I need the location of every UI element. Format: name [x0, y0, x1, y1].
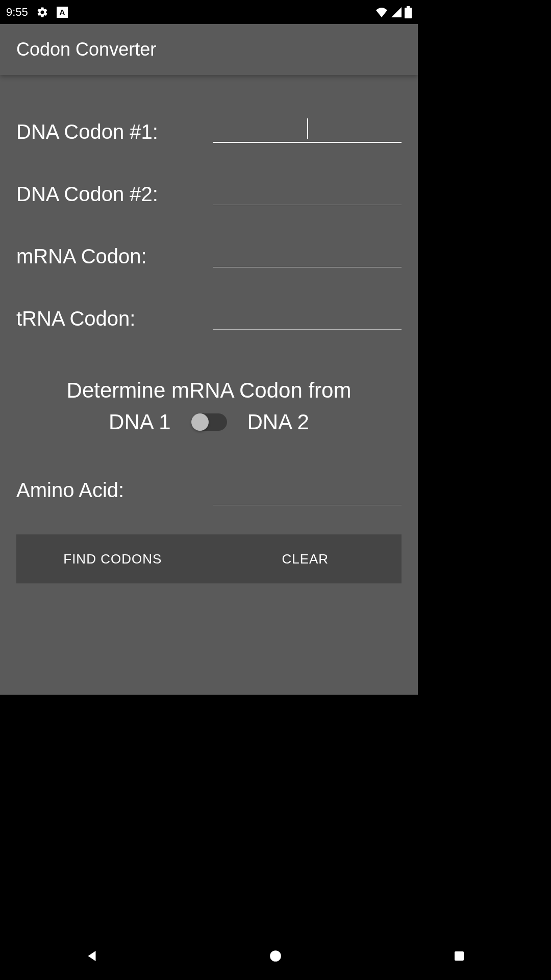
svg-rect-3	[405, 8, 412, 18]
status-bar: 9:55 A	[0, 0, 418, 24]
switch-row: DNA 1 DNA 2	[16, 410, 402, 434]
app-bar: Codon Converter	[0, 24, 418, 75]
dna1-input-wrap	[213, 116, 402, 147]
app-area: Codon Converter DNA Codon #1: DNA Codon …	[0, 24, 418, 695]
amino-row: Amino Acid:	[16, 459, 402, 521]
app-badge-icon: A	[57, 7, 68, 18]
amino-label: Amino Acid:	[16, 479, 213, 502]
dna-source-switch[interactable]	[191, 413, 227, 431]
clear-button[interactable]: CLEAR	[209, 534, 402, 583]
dna1-row: DNA Codon #1:	[16, 101, 402, 163]
text-cursor	[307, 118, 308, 139]
svg-rect-2	[407, 6, 410, 8]
trna-input-wrap	[213, 303, 402, 334]
trna-row: tRNA Codon:	[16, 287, 402, 350]
switch-left-label: DNA 1	[109, 410, 170, 434]
switch-title: Determine mRNA Codon from	[16, 378, 402, 403]
mrna-label: mRNA Codon:	[16, 245, 213, 268]
content: DNA Codon #1: DNA Codon #2: mRNA Codon: …	[0, 75, 418, 695]
dna2-input[interactable]	[213, 179, 402, 205]
wifi-icon	[375, 7, 388, 17]
dna1-label: DNA Codon #1:	[16, 120, 213, 143]
clock: 9:55	[6, 6, 28, 19]
trna-input[interactable]	[213, 303, 402, 330]
app-title: Codon Converter	[16, 39, 156, 60]
find-codons-button[interactable]: FIND CODONS	[16, 534, 209, 583]
switch-section: Determine mRNA Codon from DNA 1 DNA 2	[16, 378, 402, 434]
cell-signal-icon	[391, 7, 402, 17]
mrna-input-wrap	[213, 241, 402, 272]
settings-icon	[36, 6, 48, 18]
mrna-row: mRNA Codon:	[16, 225, 402, 287]
button-row: FIND CODONS CLEAR	[16, 534, 402, 583]
mrna-input[interactable]	[213, 241, 402, 267]
battery-icon	[405, 6, 412, 18]
dna2-label: DNA Codon #2:	[16, 183, 213, 206]
svg-text:A: A	[59, 8, 65, 16]
trna-label: tRNA Codon:	[16, 307, 213, 330]
status-right	[375, 6, 412, 18]
amino-value	[213, 475, 402, 505]
status-left: 9:55 A	[6, 6, 68, 19]
switch-thumb	[191, 413, 209, 431]
dna2-input-wrap	[213, 179, 402, 209]
dna2-row: DNA Codon #2:	[16, 163, 402, 225]
switch-right-label: DNA 2	[247, 410, 309, 434]
